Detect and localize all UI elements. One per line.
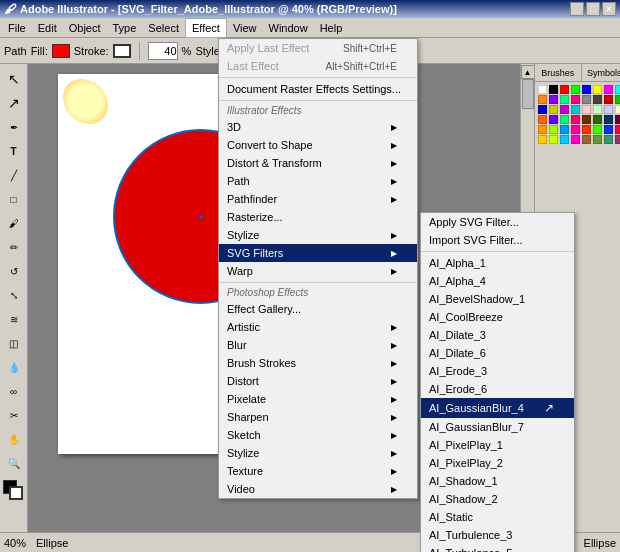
swatch-#ffffcc[interactable] (615, 105, 620, 114)
swatch-#660033[interactable] (615, 115, 620, 124)
menu-stylize[interactable]: Stylize ▶ (219, 226, 417, 244)
submenu-apply-svg-filter[interactable]: Apply SVG Filter... (421, 213, 574, 231)
menu-edit[interactable]: Edit (32, 20, 63, 36)
swatch-#ff8800[interactable] (538, 95, 547, 104)
swatch-#339966[interactable] (604, 135, 613, 144)
swatch-#669933[interactable] (593, 135, 602, 144)
menu-raster-settings[interactable]: Document Raster Effects Settings... (219, 80, 417, 98)
submenu-ai-static[interactable]: AI_Static (421, 508, 574, 526)
menu-path[interactable]: Path ▶ (219, 172, 417, 190)
swatch-#0000ff[interactable] (582, 85, 591, 94)
swatch-#336600[interactable] (593, 115, 602, 124)
swatch-#00cc00[interactable] (615, 95, 620, 104)
swatch-#ff6600[interactable] (538, 115, 547, 124)
swatch-#cccc00[interactable] (549, 105, 558, 114)
swatch-#ff00ff[interactable] (604, 85, 613, 94)
menu-3d[interactable]: 3D ▶ (219, 118, 417, 136)
swatch-#00ccff[interactable] (560, 135, 569, 144)
menu-object[interactable]: Object (63, 20, 107, 36)
menu-file[interactable]: File (2, 20, 32, 36)
submenu-ai-coolbreeze[interactable]: AI_CoolBreeze (421, 308, 574, 326)
swatch-#963369[interactable] (615, 135, 620, 144)
swatch-#ff0066[interactable] (571, 115, 580, 124)
type-tool[interactable]: T (3, 140, 25, 162)
swatch-#ccffcc[interactable] (593, 105, 602, 114)
submenu-ai-pixelplay-1[interactable]: AI_PixelPlay_1 (421, 436, 574, 454)
submenu-ai-turbulence-5[interactable]: AI_Turbulence_5 (421, 544, 574, 552)
menu-distort[interactable]: Distort ▶ (219, 372, 417, 390)
swatch-#00ffff[interactable] (615, 85, 620, 94)
menu-pixelate[interactable]: Pixelate ▶ (219, 390, 417, 408)
swatch-#ff0088[interactable] (571, 95, 580, 104)
menu-effect[interactable]: Effect (185, 18, 227, 38)
menu-pathfinder[interactable]: Pathfinder ▶ (219, 190, 417, 208)
swatch-#444444[interactable] (593, 95, 602, 104)
pen-tool[interactable]: ✒ (3, 116, 25, 138)
gradient-tool[interactable]: ◫ (3, 332, 25, 354)
menu-window[interactable]: Window (263, 20, 314, 36)
swatch-#000000[interactable] (549, 85, 558, 94)
swatch-#ffff00[interactable] (593, 85, 602, 94)
swatch-#ff3300[interactable] (582, 125, 591, 134)
scissors-tool[interactable]: ✂ (3, 404, 25, 426)
submenu-ai-erode-6[interactable]: AI_Erode_6 (421, 380, 574, 398)
tab-brushes[interactable]: Brushes (535, 64, 582, 81)
scale-tool[interactable]: ⤡ (3, 284, 25, 306)
menu-select[interactable]: Select (142, 20, 185, 36)
rotate-tool[interactable]: ↺ (3, 260, 25, 282)
menu-convert-shape[interactable]: Convert to Shape ▶ (219, 136, 417, 154)
swatch-#00cccc[interactable] (571, 105, 580, 114)
menu-warp[interactable]: Warp ▶ (219, 262, 417, 280)
menu-sharpen[interactable]: Sharpen ▶ (219, 408, 417, 426)
zoom-input[interactable] (148, 42, 178, 60)
swatch-#6600ff[interactable] (549, 115, 558, 124)
submenu-ai-alpha-4[interactable]: AI_Alpha_4 (421, 272, 574, 290)
submenu-ai-pixelplay-2[interactable]: AI_PixelPlay_2 (421, 454, 574, 472)
swatch-#ffcc00[interactable] (538, 135, 547, 144)
menu-artistic[interactable]: Artistic ▶ (219, 318, 417, 336)
swatch-#0000cc[interactable] (538, 105, 547, 114)
swatch-#ff00cc[interactable] (571, 135, 580, 144)
menu-rasterize[interactable]: Rasterize... (219, 208, 417, 226)
menu-help[interactable]: Help (314, 20, 349, 36)
swatch-#996633[interactable] (582, 135, 591, 144)
submenu-import-svg-filter[interactable]: Import SVG Filter... (421, 231, 574, 249)
submenu-ai-turbulence-3[interactable]: AI_Turbulence_3 (421, 526, 574, 544)
pencil-tool[interactable]: ✏ (3, 236, 25, 258)
tab-symbols[interactable]: Symbols (582, 64, 621, 81)
swatch-#cc0000[interactable] (604, 95, 613, 104)
select-tool[interactable]: ↖ (3, 68, 25, 90)
submenu-ai-shadow-1[interactable]: AI_Shadow_1 (421, 472, 574, 490)
swatch-#ff0000[interactable] (560, 85, 569, 94)
menu-texture[interactable]: Texture ▶ (219, 462, 417, 480)
submenu-ai-erode-3[interactable]: AI_Erode_3 (421, 362, 574, 380)
eyedropper-tool[interactable]: 💧 (3, 356, 25, 378)
swatch-#888888[interactable] (582, 95, 591, 104)
paintbrush-tool[interactable]: 🖌 (3, 212, 25, 234)
swatch-#ffcccc[interactable] (582, 105, 591, 114)
swatch-#663300[interactable] (582, 115, 591, 124)
blend-tool[interactable]: ∞ (3, 380, 25, 402)
scroll-thumb[interactable] (522, 79, 534, 109)
swatch-#33ff00[interactable] (593, 125, 602, 134)
swatch-#ff0033[interactable] (615, 125, 620, 134)
direct-select-tool[interactable]: ↗ (3, 92, 25, 114)
swatch-#cc00cc[interactable] (560, 105, 569, 114)
submenu-ai-gaussianblur-7[interactable]: AI_GaussianBlur_7 (421, 418, 574, 436)
swatch-#ffffff[interactable] (538, 85, 547, 94)
swatch-#00ff88[interactable] (560, 95, 569, 104)
menu-effect-gallery[interactable]: Effect Gallery... (219, 300, 417, 318)
menu-distort-transform[interactable]: Distort & Transform ▶ (219, 154, 417, 172)
close-button[interactable]: × (602, 2, 616, 16)
swatch-#ccccff[interactable] (604, 105, 613, 114)
submenu-ai-dilate-3[interactable]: AI_Dilate_3 (421, 326, 574, 344)
menu-blur[interactable]: Blur ▶ (219, 336, 417, 354)
menu-svg-filters[interactable]: SVG Filters ▶ (219, 244, 417, 262)
menu-type[interactable]: Type (107, 20, 143, 36)
submenu-ai-shadow-2[interactable]: AI_Shadow_2 (421, 490, 574, 508)
minimize-button[interactable]: _ (570, 2, 584, 16)
swatch-#99ff00[interactable] (549, 125, 558, 134)
rect-tool[interactable]: □ (3, 188, 25, 210)
menu-brush-strokes[interactable]: Brush Strokes ▶ (219, 354, 417, 372)
zoom-tool[interactable]: 🔍 (3, 452, 25, 474)
